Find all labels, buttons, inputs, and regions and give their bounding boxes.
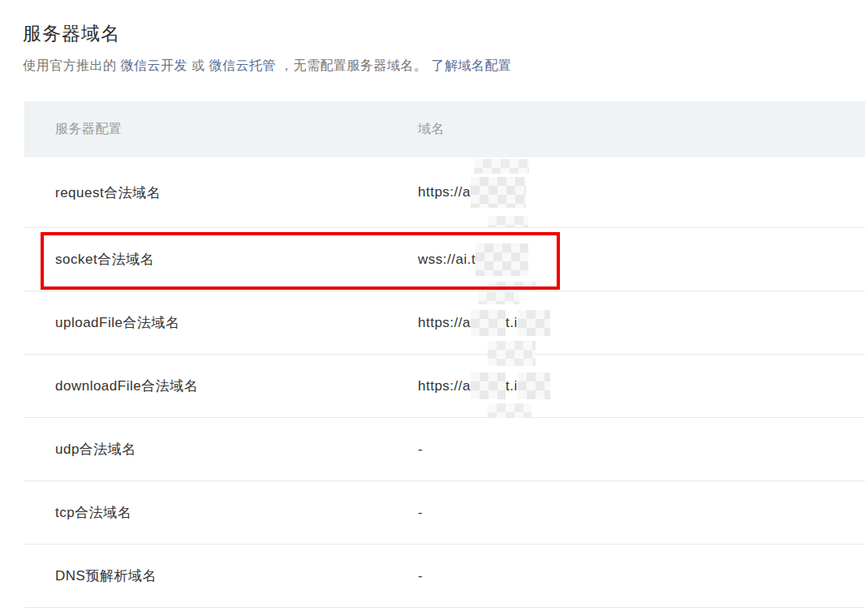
- table-body: request合法域名 https://a socket合法域名 wss://a…: [24, 157, 865, 608]
- row-domain-value: https://at.i: [418, 310, 865, 336]
- masked-domain-blur: [471, 177, 526, 208]
- subtitle-rest: ，无需配置服务器域名。: [280, 58, 428, 72]
- domain-text: -: [418, 442, 423, 458]
- masked-domain-blur: [471, 373, 506, 399]
- wechat-cloud-dev-link[interactable]: 微信云开发: [121, 58, 188, 72]
- domain-text: -: [418, 568, 423, 584]
- row-config-label: DNS预解析域名: [24, 566, 418, 585]
- row-config-label: tcp合法域名: [24, 503, 418, 522]
- subtitle: 使用官方推出的微信云开发或微信云托管，无需配置服务器域名。了解域名配置: [23, 58, 516, 75]
- masked-domain-blur: [518, 310, 550, 336]
- column-header-server-config: 服务器配置: [24, 121, 418, 138]
- table-row: request合法域名 https://a: [24, 157, 865, 228]
- row-config-label: udp合法域名: [24, 440, 418, 459]
- row-domain-value: -: [418, 442, 865, 458]
- domain-text: wss://ai.t: [418, 252, 476, 268]
- domain-text: t.i: [506, 315, 518, 331]
- domain-text: -: [418, 505, 423, 521]
- domain-text: https://a: [418, 184, 471, 200]
- row-domain-value: https://at.i: [418, 373, 865, 399]
- table-header-row: 服务器配置 域名: [24, 101, 865, 157]
- table-row: udp合法域名 -: [24, 418, 865, 481]
- table-row: DNS预解析域名 -: [24, 545, 865, 608]
- table-row: uploadFile合法域名 https://at.i: [24, 291, 865, 355]
- subtitle-prefix: 使用官方推出的: [23, 58, 117, 72]
- page-title: 服务器域名: [23, 21, 120, 46]
- row-config-label: uploadFile合法域名: [24, 313, 418, 332]
- learn-domain-config-link[interactable]: 了解域名配置: [432, 58, 512, 72]
- domain-text: https://a: [418, 315, 471, 331]
- table-row: downloadFile合法域名 https://at.i: [24, 355, 865, 418]
- row-config-label: downloadFile合法域名: [24, 377, 418, 395]
- row-domain-value: wss://ai.t: [418, 243, 865, 276]
- column-header-domain: 域名: [418, 121, 865, 138]
- row-domain-value: https://a: [418, 177, 865, 208]
- masked-domain-blur: [518, 373, 550, 399]
- table-row: socket合法域名 wss://ai.t: [24, 228, 865, 291]
- row-config-label: request合法域名: [24, 183, 418, 202]
- server-domain-page: 服务器域名 使用官方推出的微信云开发或微信云托管，无需配置服务器域名。了解域名配…: [0, 0, 865, 616]
- row-domain-value: -: [418, 505, 865, 521]
- masked-domain-blur: [471, 310, 506, 336]
- table-row: tcp合法域名 -: [24, 481, 865, 545]
- row-config-label: socket合法域名: [24, 250, 418, 269]
- subtitle-or: 或: [192, 58, 205, 72]
- masked-domain-blur: [476, 243, 528, 276]
- domain-text: https://a: [418, 378, 471, 394]
- row-domain-value: -: [418, 568, 865, 584]
- domain-text: t.i: [506, 378, 518, 394]
- server-domain-table: 服务器配置 域名 request合法域名 https://a socket合法域…: [24, 101, 865, 608]
- wechat-cloud-hosting-link[interactable]: 微信云托管: [209, 58, 277, 72]
